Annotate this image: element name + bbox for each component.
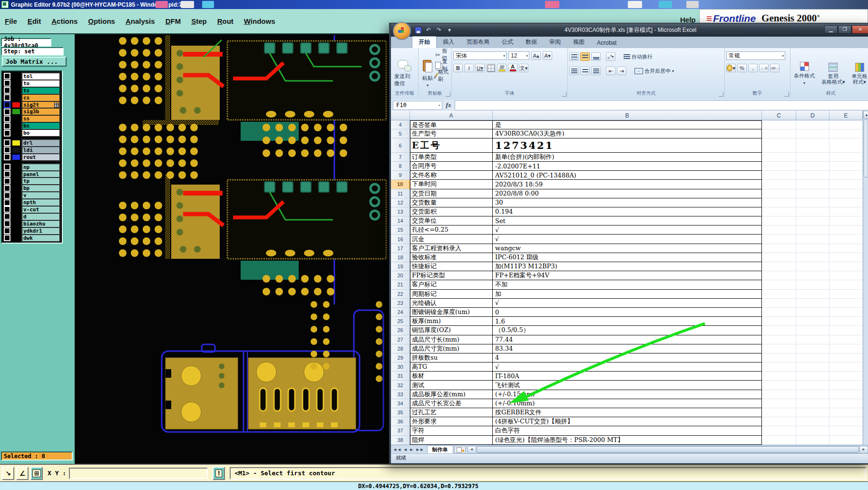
- column-header-B[interactable]: B: [493, 111, 762, 120]
- cell-c[interactable]: [762, 317, 796, 326]
- cell-d[interactable]: [796, 207, 829, 216]
- cell-b[interactable]: √: [493, 235, 762, 244]
- cell-b[interactable]: 不加: [493, 280, 762, 289]
- cell-e[interactable]: [829, 299, 863, 308]
- menu-edit[interactable]: Edit: [28, 17, 41, 25]
- cell-a[interactable]: 合同序号: [410, 162, 493, 171]
- cell-e[interactable]: [829, 225, 863, 235]
- row-header[interactable]: 28: [391, 344, 410, 353]
- cell-a[interactable]: 成品尺寸长宽公差: [410, 399, 493, 408]
- cell-d[interactable]: [796, 189, 829, 198]
- cell-e[interactable]: [829, 308, 863, 317]
- sheet-tab[interactable]: 制作单: [427, 445, 453, 454]
- cell-b[interactable]: 按GERBER文件: [493, 408, 762, 417]
- cell-d[interactable]: [796, 390, 829, 399]
- layer-label[interactable]: bp: [22, 185, 60, 192]
- cell-a[interactable]: 外形要求: [410, 417, 493, 426]
- cell-d[interactable]: [796, 120, 829, 129]
- cell-a[interactable]: 订单类型: [410, 153, 493, 162]
- decrease-indent-button[interactable]: ⇤: [606, 67, 615, 75]
- cell-e[interactable]: [829, 198, 863, 207]
- cell-a[interactable]: 交货日期: [410, 189, 493, 198]
- row-header[interactable]: 11: [391, 189, 410, 198]
- cell-c[interactable]: [762, 344, 796, 353]
- layer-checkbox[interactable]: [4, 130, 10, 137]
- cell-d[interactable]: [796, 153, 829, 162]
- alert-button[interactable]: !: [213, 467, 225, 480]
- cell-e[interactable]: [829, 235, 863, 244]
- cell-e[interactable]: [829, 344, 863, 353]
- cell-d[interactable]: [796, 262, 829, 271]
- cell-c[interactable]: [762, 426, 796, 435]
- cell-e[interactable]: [829, 399, 863, 408]
- cell-d[interactable]: [796, 317, 829, 326]
- cell-b[interactable]: √: [493, 225, 762, 235]
- cell-a[interactable]: 板材: [410, 372, 493, 381]
- row-header[interactable]: 8: [391, 162, 410, 171]
- cell-d[interactable]: [796, 171, 829, 180]
- cell-b[interactable]: wangcw: [493, 244, 762, 253]
- cell-c[interactable]: [762, 244, 796, 253]
- row-header[interactable]: 19: [391, 262, 410, 271]
- row-header[interactable]: 12: [391, 198, 410, 207]
- cell-a[interactable]: 成品尺寸宽(mm): [410, 344, 493, 353]
- layer-label[interactable]: drl: [22, 139, 60, 147]
- cell-a[interactable]: FP标记类型: [410, 271, 493, 280]
- cell-e[interactable]: [829, 317, 863, 326]
- column-header-D[interactable]: D: [796, 111, 829, 120]
- tab-Acrobat[interactable]: Acrobat: [591, 38, 623, 48]
- cell-c[interactable]: [762, 171, 796, 180]
- cell-a[interactable]: 高TG: [410, 363, 493, 372]
- layer-checkbox[interactable]: [4, 123, 10, 129]
- layer-checkbox[interactable]: [4, 139, 10, 146]
- cell-e[interactable]: [829, 290, 863, 299]
- phonetic-button[interactable]: 文▾: [519, 64, 528, 72]
- align-right-button[interactable]: [591, 67, 601, 75]
- cell-a[interactable]: 成品尺寸长(mm): [410, 335, 493, 344]
- cell-a[interactable]: 交货数量: [410, 198, 493, 207]
- cell-c[interactable]: [762, 138, 796, 152]
- cell-b[interactable]: FP+E档案号+94V: [493, 271, 762, 280]
- font-name-select[interactable]: 宋体▾: [453, 51, 507, 60]
- layer-checkbox[interactable]: [4, 154, 10, 160]
- cell-b[interactable]: 1273421: [493, 138, 762, 152]
- accounting-format-button[interactable]: ▾: [726, 64, 736, 72]
- cell-d[interactable]: [796, 290, 829, 299]
- cell-e[interactable]: [829, 426, 863, 435]
- fill-color-button[interactable]: [497, 64, 507, 72]
- row-header[interactable]: 26: [391, 326, 410, 335]
- cell-a[interactable]: 是否签单: [410, 120, 493, 129]
- cell-b[interactable]: √: [493, 363, 762, 372]
- layer-checkbox[interactable]: [4, 220, 10, 227]
- cell-b[interactable]: 77.44: [493, 335, 762, 344]
- cell-d[interactable]: [796, 335, 829, 344]
- cell-b[interactable]: (4拼板V-CUT交货)【顺拼】: [493, 417, 762, 426]
- layer-label[interactable]: ss: [22, 115, 60, 122]
- cell-c[interactable]: [762, 363, 796, 372]
- layer-checkbox[interactable]: [4, 235, 10, 241]
- row-header[interactable]: 38: [391, 436, 410, 445]
- row-header[interactable]: 22: [391, 290, 410, 299]
- row-header[interactable]: 23: [391, 299, 410, 308]
- row-header[interactable]: 9: [391, 171, 410, 180]
- cell-c[interactable]: [762, 353, 796, 363]
- menu-rout[interactable]: Rout: [217, 17, 234, 25]
- cell-e[interactable]: [829, 372, 863, 381]
- cell-d[interactable]: [796, 417, 829, 426]
- layer-label[interactable]: ts: [22, 87, 60, 94]
- layer-checkbox[interactable]: [4, 164, 10, 170]
- tab-数据[interactable]: 数据: [519, 37, 543, 48]
- menu-file[interactable]: File: [5, 17, 17, 25]
- layer-checkbox[interactable]: [4, 147, 10, 153]
- cell-e[interactable]: [829, 262, 863, 271]
- cell-d[interactable]: [796, 129, 829, 138]
- cell-d[interactable]: [796, 353, 829, 363]
- row-header[interactable]: 24: [391, 308, 410, 317]
- row-header[interactable]: 16: [391, 235, 410, 244]
- cell-a[interactable]: 光绘确认: [410, 299, 493, 308]
- cell-d[interactable]: [796, 280, 829, 289]
- layer-checkbox[interactable]: [4, 227, 10, 234]
- close-button[interactable]: ✕: [852, 25, 868, 34]
- layer-checkbox[interactable]: [4, 116, 10, 122]
- cell-a[interactable]: 阻焊: [410, 436, 493, 445]
